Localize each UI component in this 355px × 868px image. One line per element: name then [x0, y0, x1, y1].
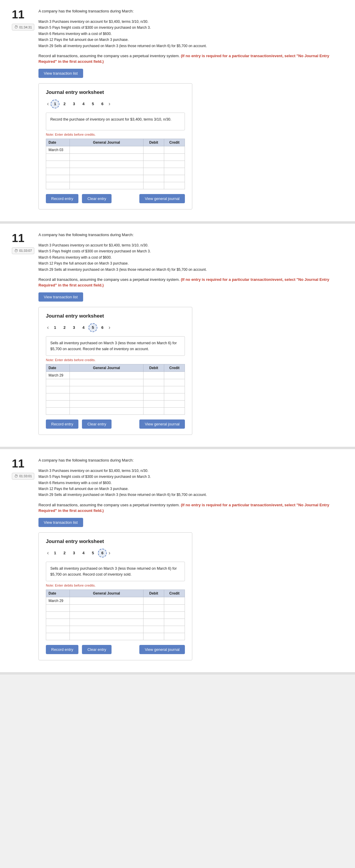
tab-next-arrow[interactable]: ›: [107, 324, 111, 331]
credit-cell[interactable]: [164, 626, 185, 633]
tab-btn-4[interactable]: 4: [79, 549, 88, 558]
tab-btn-3[interactable]: 3: [70, 549, 78, 558]
tab-btn-1[interactable]: 1: [50, 323, 60, 332]
tab-btn-4[interactable]: 4: [79, 99, 88, 108]
journal-cell[interactable]: [70, 407, 143, 414]
record-entry-button[interactable]: Record entry: [46, 645, 78, 654]
tab-btn-2[interactable]: 2: [60, 323, 69, 332]
tab-btn-3[interactable]: 3: [70, 323, 78, 332]
view-transaction-button[interactable]: View transaction list: [38, 69, 83, 78]
table-row: [46, 379, 185, 386]
tab-btn-5[interactable]: 5: [88, 99, 97, 108]
journal-cell[interactable]: [70, 386, 143, 393]
credit-cell[interactable]: [164, 182, 185, 189]
credit-cell[interactable]: [164, 161, 185, 168]
journal-cell[interactable]: [70, 146, 143, 153]
clear-entry-button[interactable]: Clear entry: [82, 645, 111, 654]
debit-cell[interactable]: [143, 597, 164, 604]
credit-cell[interactable]: [164, 146, 185, 153]
credit-cell[interactable]: [164, 619, 185, 626]
tab-btn-6[interactable]: 6: [98, 549, 107, 558]
credit-cell[interactable]: [164, 168, 185, 175]
debit-cell[interactable]: [143, 612, 164, 619]
debit-cell[interactable]: [143, 371, 164, 379]
journal-cell[interactable]: [70, 626, 143, 633]
debit-cell[interactable]: [143, 182, 164, 189]
journal-cell[interactable]: [70, 619, 143, 626]
tab-next-arrow[interactable]: ›: [107, 101, 111, 107]
tab-btn-5[interactable]: 5: [88, 549, 97, 558]
journal-cell[interactable]: [70, 604, 143, 612]
credit-cell[interactable]: [164, 633, 185, 640]
credit-cell[interactable]: [164, 400, 185, 407]
credit-cell[interactable]: [164, 604, 185, 612]
table-row: [46, 153, 185, 161]
view-transaction-button[interactable]: View transaction list: [38, 292, 83, 302]
journal-cell[interactable]: [70, 168, 143, 175]
credit-cell[interactable]: [164, 407, 185, 414]
credit-cell[interactable]: [164, 612, 185, 619]
journal-cell[interactable]: [70, 400, 143, 407]
journal-cell[interactable]: [70, 612, 143, 619]
journal-cell[interactable]: [70, 153, 143, 161]
debit-cell[interactable]: [143, 146, 164, 153]
debit-cell[interactable]: [143, 626, 164, 633]
credit-cell[interactable]: [164, 175, 185, 182]
tab-prev-arrow[interactable]: ‹: [46, 550, 50, 556]
record-entry-button[interactable]: Record entry: [46, 194, 78, 203]
tab-prev-arrow[interactable]: ‹: [46, 324, 50, 331]
debit-cell[interactable]: [143, 407, 164, 414]
debit-cell[interactable]: [143, 175, 164, 182]
journal-cell[interactable]: [70, 175, 143, 182]
tab-btn-2[interactable]: 2: [60, 99, 69, 108]
journal-cell[interactable]: [70, 161, 143, 168]
tab-prev-arrow[interactable]: ‹: [46, 101, 50, 107]
debit-cell[interactable]: [143, 633, 164, 640]
journal-cell[interactable]: [70, 393, 143, 400]
tab-btn-3[interactable]: 3: [70, 99, 78, 108]
journal-cell[interactable]: [70, 182, 143, 189]
debit-cell[interactable]: [143, 400, 164, 407]
tab-btn-5[interactable]: 5: [88, 323, 97, 332]
tab-btn-6[interactable]: 6: [98, 99, 107, 108]
view-general-journal-button[interactable]: View general journal: [139, 420, 185, 429]
view-general-journal-button[interactable]: View general journal: [139, 645, 185, 654]
clear-entry-button[interactable]: Clear entry: [82, 194, 111, 203]
debit-cell[interactable]: [143, 168, 164, 175]
debit-cell[interactable]: [143, 153, 164, 161]
view-general-journal-button[interactable]: View general journal: [139, 194, 185, 203]
credit-cell[interactable]: [164, 597, 185, 604]
date-cell: [46, 604, 70, 612]
right-col: A company has the following transactions…: [38, 232, 343, 435]
table-row: [46, 161, 185, 168]
debit-cell[interactable]: [143, 386, 164, 393]
credit-cell[interactable]: [164, 393, 185, 400]
credit-cell[interactable]: [164, 379, 185, 386]
debit-cell[interactable]: [143, 619, 164, 626]
tab-btn-1[interactable]: 1: [50, 549, 60, 558]
view-transaction-button[interactable]: View transaction list: [38, 518, 83, 527]
debit-cell[interactable]: [143, 379, 164, 386]
transactions-list: March 3 Purchases inventory on account f…: [38, 19, 343, 49]
transaction-item: March 5 Pays freight costs of $300 on in…: [38, 25, 343, 31]
journal-cell[interactable]: [70, 633, 143, 640]
tab-next-arrow[interactable]: ›: [107, 550, 111, 556]
tab-btn-1[interactable]: 1: [50, 99, 60, 108]
debit-cell[interactable]: [143, 161, 164, 168]
clear-entry-button[interactable]: Clear entry: [82, 420, 111, 429]
tab-btn-4[interactable]: 4: [79, 323, 88, 332]
credit-cell[interactable]: [164, 371, 185, 379]
tab-btn-2[interactable]: 2: [60, 549, 69, 558]
record-entry-button[interactable]: Record entry: [46, 420, 78, 429]
page-wrapper: 11⏱01:34:31A company has the following t…: [0, 0, 355, 675]
tab-btn-6[interactable]: 6: [98, 323, 107, 332]
debit-cell[interactable]: [143, 604, 164, 612]
journal-cell[interactable]: [70, 597, 143, 604]
journal-cell[interactable]: [70, 379, 143, 386]
credit-cell[interactable]: [164, 386, 185, 393]
clock-icon: ⏱: [14, 25, 18, 29]
credit-cell[interactable]: [164, 153, 185, 161]
debit-cell[interactable]: [143, 393, 164, 400]
left-col: 11⏱01:33:01: [12, 458, 38, 660]
journal-cell[interactable]: [70, 371, 143, 379]
